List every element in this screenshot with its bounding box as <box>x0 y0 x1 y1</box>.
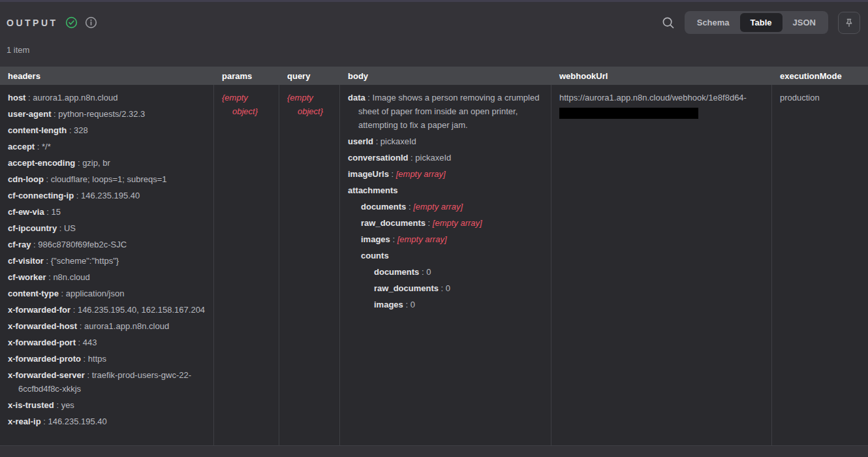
entry-value: 328 <box>74 125 88 135</box>
entry-value: 15 <box>51 207 60 217</box>
entry-key: cf-ew-via <box>8 207 44 217</box>
key-value-separator: : <box>44 207 52 217</box>
output-table: headersparamsquerybodywebhookUrlexecutio… <box>0 67 868 446</box>
entry-imageUrls: imageUrls : [empty array] <box>348 167 544 181</box>
entry-value: */* <box>42 142 51 151</box>
entry-key: host <box>8 93 25 102</box>
cell-executionMode: production <box>772 85 868 445</box>
entry-x-real-ip: x-real-ip : 146.235.195.40 <box>8 415 207 428</box>
entry-value: 0 <box>426 267 431 277</box>
entry-host: host : aurora1.app.n8n.cloud <box>8 91 207 104</box>
entry-value: [empty array] <box>397 234 447 244</box>
entry-value: n8n.cloud <box>53 272 89 282</box>
entry-params-value: {empty object} <box>222 91 272 118</box>
entry-content-length: content-length : 328 <box>8 123 207 137</box>
entry-accept: accept : */* <box>8 140 207 153</box>
entry-value: cloudflare; loops=1; subreqs=1 <box>51 174 167 184</box>
entry-value: 443 <box>83 338 97 347</box>
entry-images: images : [empty array] <box>348 232 544 246</box>
entry-key: counts <box>361 251 389 260</box>
entry-value: Image shows a person removing a crumpled… <box>358 93 539 130</box>
entry-key: content-type <box>8 289 59 298</box>
column-header-executionMode: executionMode <box>772 71 868 81</box>
entry-x-forwarded-host: x-forwarded-host : aurora1.app.n8n.cloud <box>8 319 207 333</box>
column-header-query: query <box>279 71 340 81</box>
entry-key: raw_documents <box>361 218 426 228</box>
view-toggle-table[interactable]: Table <box>740 13 783 32</box>
entry-key: images <box>361 234 390 244</box>
entry-cf-worker: cf-worker : n8n.cloud <box>8 270 207 284</box>
entry-key: x-forwarded-host <box>8 321 77 331</box>
entry-cf-ray: cf-ray : 986c8780f69feb2c-SJC <box>8 238 207 251</box>
success-check-icon <box>65 16 78 29</box>
entry-key: cf-visitor <box>8 256 44 266</box>
entry-value: 146.235.195.40 <box>48 417 106 426</box>
key-value-separator: : <box>59 289 66 298</box>
cell-body: data : Image shows a person removing a c… <box>340 85 551 445</box>
entry-key: x-forwarded-port <box>8 338 76 347</box>
entry-cf-ipcountry: cf-ipcountry : US <box>8 221 207 235</box>
entry-counts: counts <box>348 249 544 262</box>
entry-key: documents <box>374 267 419 277</box>
key-value-separator: : <box>76 338 83 347</box>
entry-value: [empty array] <box>396 169 446 179</box>
entry-cf-ew-via: cf-ew-via : 15 <box>8 205 207 219</box>
key-value-separator: : <box>25 93 33 102</box>
entry-key: accept-encoding <box>8 158 75 168</box>
view-toggle: SchemaTableJSON <box>685 11 828 34</box>
key-value-separator: : <box>31 240 38 249</box>
key-value-separator: : <box>44 174 51 184</box>
key-value-separator: : <box>70 305 78 315</box>
entry-key: x-real-ip <box>8 417 41 426</box>
key-value-separator: : <box>35 142 42 151</box>
cell-webhookUrl: https://aurora1.app.n8n.cloud/webhook/1e… <box>551 85 772 445</box>
entry-value: https <box>88 354 106 364</box>
column-header-headers: headers <box>0 71 214 81</box>
key-value-separator: : <box>408 153 415 163</box>
entry-value: 146.235.195.40 <box>81 191 140 200</box>
entry-documents: documents : [empty array] <box>348 200 544 213</box>
search-icon[interactable] <box>662 16 675 29</box>
cell-headers: host : aurora1.app.n8n.clouduser-agent :… <box>0 85 214 445</box>
entry-value: [empty array] <box>433 218 482 228</box>
entry-attachments: attachments <box>348 183 544 197</box>
entry-documents: documents : 0 <box>348 265 544 279</box>
entry-value: python-requests/2.32.3 <box>58 109 145 119</box>
entry-key: raw_documents <box>374 283 439 293</box>
column-header-params: params <box>214 71 279 81</box>
entry-x-forwarded-proto: x-forwarded-proto : https <box>8 352 207 366</box>
entry-value: application/json <box>66 289 125 298</box>
view-toggle-json[interactable]: JSON <box>783 13 826 32</box>
entry-query-value: {empty object} <box>287 91 333 118</box>
view-toggle-schema[interactable]: Schema <box>687 13 740 32</box>
entry-key: x-forwarded-server <box>8 370 85 380</box>
entry-images: images : 0 <box>348 298 544 311</box>
key-value-separator: : <box>77 321 84 331</box>
entry-data: data : Image shows a person removing a c… <box>348 91 544 132</box>
entry-accept-encoding: accept-encoding : gzip, br <box>8 156 207 170</box>
pin-button[interactable] <box>838 12 860 34</box>
entry-x-is-trusted: x-is-trusted : yes <box>8 398 207 412</box>
entry-raw_documents: raw_documents : 0 <box>348 281 544 295</box>
key-value-separator: : <box>85 370 92 380</box>
entry-value: production <box>780 93 820 102</box>
table-head-row: headersparamsquerybodywebhookUrlexecutio… <box>0 67 868 85</box>
info-icon[interactable] <box>85 16 97 29</box>
key-value-separator: : <box>390 234 397 244</box>
entry-value: 0 <box>446 283 450 293</box>
panel-title: OUTPUT <box>7 18 58 28</box>
entry-value: {empty object} <box>287 93 323 116</box>
entry-key: cdn-loop <box>8 174 44 184</box>
item-count: 1 item <box>0 35 868 55</box>
entry-key: x-is-trusted <box>8 400 54 410</box>
entry-key: user-agent <box>8 109 51 119</box>
entry-value: 146.235.195.40, 162.158.167.204 <box>78 305 205 315</box>
key-value-separator: : <box>426 218 433 228</box>
entry-key: cf-connecting-ip <box>8 191 74 200</box>
entry-conversationId: conversationId : pickaxeId <box>348 151 544 165</box>
entry-userId: userId : pickaxeId <box>348 134 544 148</box>
entry-value: aurora1.app.n8n.cloud <box>33 93 117 102</box>
entry-cf-visitor: cf-visitor : {"scheme":"https"} <box>8 254 207 268</box>
key-value-separator: : <box>44 256 51 266</box>
entry-value: pickaxeId <box>380 136 416 146</box>
